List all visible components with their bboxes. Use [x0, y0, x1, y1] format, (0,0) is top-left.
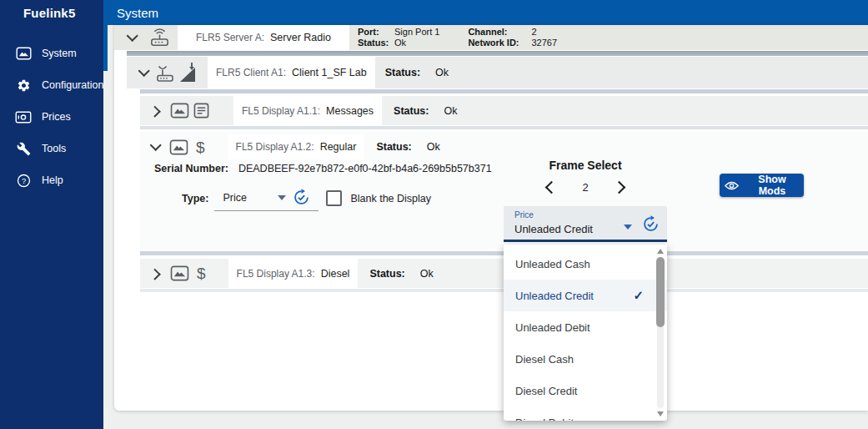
server-fields: Port:Sign Port 1 Status:Ok Channel:2 Net…	[358, 27, 557, 49]
display-a12-name: Regular	[320, 141, 357, 153]
dropdown-option-diesel-credit[interactable]: Diesel Credit	[504, 375, 667, 406]
sidebar-item-prices[interactable]: Prices	[0, 101, 103, 133]
client-radio-icon	[155, 63, 175, 83]
client-label-chip: FLR5 Client A1: Client 1_SF Lab	[208, 57, 375, 88]
sidebar-item-configuration[interactable]: Configuration	[0, 69, 103, 101]
client-panel: FLR5 Client A1: Client 1_SF Lab Status: …	[127, 57, 868, 88]
client-name: Client 1_SF Lab	[292, 67, 367, 78]
price-select-label: Price	[514, 210, 534, 220]
messages-icon	[193, 103, 209, 119]
signal-strength-icon	[177, 62, 198, 83]
sidebar-item-label: Tools	[42, 143, 66, 154]
display-a12-panel: $ FL5 Display A1.2: Regular Status: Ok S…	[140, 132, 868, 250]
display-a13-status-label: Status:	[369, 268, 404, 280]
display-image-icon	[169, 139, 188, 155]
serial-number-label: Serial Number:	[154, 163, 228, 174]
server-label-chip: FLR5 Server A: Server Radio	[178, 25, 349, 50]
dropdown-option-unleaded-credit[interactable]: Unleaded Credit ✓	[504, 280, 667, 311]
eye-icon	[725, 181, 739, 190]
panel-divider	[140, 126, 868, 129]
client-status-value: Ok	[435, 67, 449, 78]
sidebar-item-system[interactable]: System	[0, 38, 103, 69]
type-select[interactable]: Price	[214, 185, 319, 211]
gear-icon	[14, 78, 33, 93]
port-value: Sign Port 1	[394, 27, 439, 37]
frame-select-title: Frame Select	[504, 159, 667, 172]
sidebar-item-help[interactable]: ? Help	[0, 164, 103, 196]
scroll-down-icon[interactable]	[657, 411, 664, 416]
channel-label: Channel:	[468, 27, 531, 38]
display-a12-status-value: Ok	[427, 141, 440, 153]
collapse-client-chevron-icon[interactable]	[138, 65, 150, 77]
server-panel: FLR5 Server A: Server Radio Port:Sign Po…	[114, 25, 868, 50]
help-icon: ?	[14, 174, 33, 188]
status-label: Status:	[358, 38, 394, 49]
app-logo: Fuelink5	[0, 0, 103, 20]
display-a12-status-label: Status:	[376, 141, 411, 153]
wrench-icon	[14, 142, 33, 156]
dropdown-option-diesel-debit[interactable]: Diesel Debit	[504, 406, 667, 421]
expand-display-a11-chevron-icon[interactable]	[149, 105, 161, 117]
channel-value: 2	[531, 27, 536, 37]
panel-divider	[127, 51, 868, 56]
display-a11-name: Messages	[326, 105, 374, 117]
option-label: Unleaded Credit	[515, 290, 594, 302]
display-image-icon	[170, 265, 189, 281]
sidebar-item-label: Configuration	[42, 79, 103, 91]
display-a11-status-label: Status:	[394, 105, 429, 117]
refresh-check-icon[interactable]	[293, 189, 310, 209]
header-accent-strip	[103, 25, 108, 71]
collapse-server-chevron-icon[interactable]	[127, 30, 138, 42]
price-select[interactable]: Price Unleaded Credit	[504, 206, 667, 242]
display-a12-label-chip: FL5 Display A1.2: Regular	[228, 134, 365, 159]
server-name: Server Radio	[270, 32, 331, 43]
dropdown-option-diesel-cash[interactable]: Diesel Cash	[504, 343, 667, 375]
type-select-value: Price	[223, 192, 246, 204]
chevron-down-icon	[624, 225, 632, 230]
sidebar-item-label: Prices	[42, 111, 71, 123]
display-a11-status-value: Ok	[444, 105, 457, 117]
display-a13-status-value: Ok	[420, 268, 434, 280]
sidebar: Fuelink5 System Configuration Prices Too…	[0, 0, 103, 429]
frame-previous-icon[interactable]	[545, 181, 559, 194]
collapse-display-a12-chevron-icon[interactable]	[150, 139, 162, 151]
dollar-icon: $	[197, 265, 206, 281]
scroll-up-icon[interactable]	[657, 249, 664, 254]
blank-display-checkbox[interactable]	[326, 190, 342, 206]
dropdown-scrollbar[interactable]	[655, 247, 665, 418]
frame-select-group: Frame Select 2	[504, 159, 667, 194]
client-status-label: Status:	[385, 67, 420, 78]
display-a13-label-chip: FL5 Display A1.3: Diesel	[228, 259, 359, 288]
content-card: FLR5 Server A: Server Radio Port:Sign Po…	[114, 25, 868, 411]
show-mods-label: Show Mods	[745, 174, 799, 197]
option-label: Unleaded Debit	[515, 321, 590, 334]
dropdown-option-unleaded-cash[interactable]: Unleaded Cash	[504, 248, 667, 280]
frame-next-icon[interactable]	[612, 181, 625, 194]
page-header: System	[103, 0, 868, 25]
chevron-down-icon	[278, 195, 286, 200]
display-a11-panel: FL5 Display A1.1: Messages Status: Ok	[140, 96, 868, 125]
expand-display-a13-chevron-icon[interactable]	[149, 268, 161, 280]
option-label: Diesel Credit	[515, 385, 577, 397]
display-a11-prefix: FL5 Display A1.1:	[242, 105, 320, 117]
display-a13-name: Diesel	[321, 268, 350, 280]
serial-number-value: DEADBEEF-92e7b872-e0f0-42bf-b4a6-269b5b5…	[238, 163, 492, 174]
price-dropdown-menu: Unleaded Cash Unleaded Credit ✓ Unleaded…	[504, 245, 667, 421]
display-a13-prefix: FL5 Display A1.3:	[237, 268, 315, 280]
option-label: Diesel Debit	[515, 416, 574, 421]
client-prefix: FLR5 Client A1:	[216, 67, 286, 78]
sidebar-item-tools[interactable]: Tools	[0, 133, 103, 164]
check-icon: ✓	[633, 288, 644, 303]
show-mods-button[interactable]: Show Mods	[720, 174, 804, 197]
blank-display-label: Blank the Display	[350, 193, 431, 204]
scrollbar-thumb[interactable]	[656, 257, 665, 327]
server-prefix: FLR5 Server A:	[196, 32, 264, 43]
panel-divider	[140, 89, 868, 93]
dollar-icon: $	[196, 139, 205, 155]
port-label: Port:	[358, 27, 394, 38]
refresh-check-icon[interactable]	[642, 215, 660, 236]
option-label: Unleaded Cash	[515, 258, 590, 270]
dropdown-option-unleaded-debit[interactable]: Unleaded Debit	[504, 311, 667, 343]
display-a11-label-chip: FL5 Display A1.1: Messages	[233, 96, 382, 125]
server-radio-icon	[148, 28, 171, 48]
